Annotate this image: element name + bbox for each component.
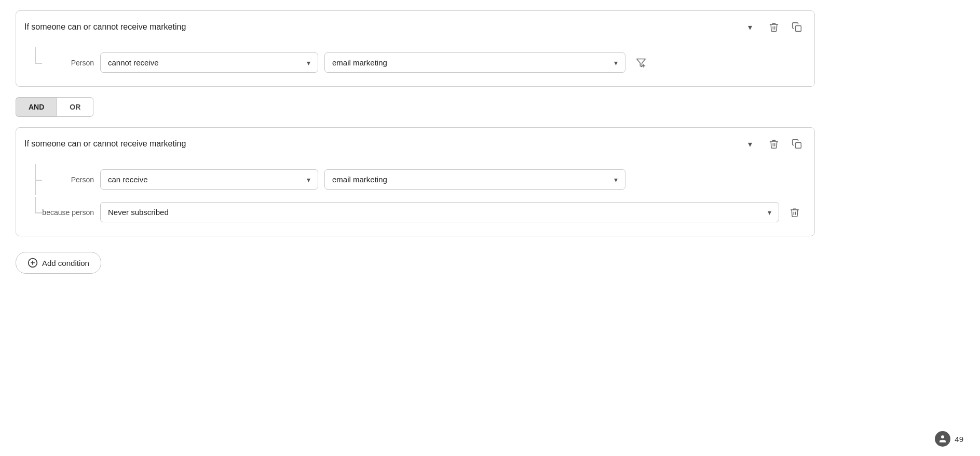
condition-block-2: If someone can or cannot receive marketi… <box>16 127 815 236</box>
condition-2-title: If someone can or cannot receive marketi… <box>24 139 748 149</box>
add-condition-container: Add condition <box>16 252 815 274</box>
condition-2-row-1-dropdown1[interactable]: can receive ▾ <box>100 169 318 190</box>
dropdown1-chevron-icon: ▾ <box>307 59 310 67</box>
c2r2-dropdown1-chevron-icon: ▾ <box>768 208 771 217</box>
condition-2-chevron-icon: ▾ <box>748 139 752 149</box>
condition-2-row-1-label: Person <box>42 176 94 184</box>
user-count: 49 <box>955 435 963 444</box>
and-button[interactable]: AND <box>16 97 57 117</box>
condition-1-actions <box>765 20 806 34</box>
condition-2-header[interactable]: If someone can or cannot receive marketi… <box>16 128 814 160</box>
condition-1-row-1-dropdown1[interactable]: cannot receive ▾ <box>100 52 318 73</box>
condition-2-row-1-dropdown2[interactable]: email marketing ▾ <box>324 169 625 190</box>
svg-point-8 <box>941 435 944 438</box>
c2r1-dropdown1-chevron-icon: ▾ <box>307 176 310 184</box>
condition-1-chevron-icon: ▾ <box>748 22 752 32</box>
condition-2-row-2: because person Never subscribed ▾ <box>16 197 814 227</box>
condition-1-header[interactable]: If someone can or cannot receive marketi… <box>16 11 814 43</box>
svg-rect-0 <box>796 26 801 32</box>
condition-1-rows: Person cannot receive ▾ email marketing … <box>16 47 814 78</box>
add-condition-icon <box>28 258 38 268</box>
condition-block-1: If someone can or cannot receive marketi… <box>16 10 815 87</box>
condition-2-delete-button[interactable] <box>765 137 783 151</box>
user-badge: 49 <box>935 431 963 447</box>
user-avatar-icon <box>935 431 950 447</box>
condition-1-row-1: Person cannot receive ▾ email marketing … <box>16 47 814 78</box>
condition-1-title: If someone can or cannot receive marketi… <box>24 22 748 32</box>
c2r1-dropdown2-chevron-icon: ▾ <box>614 176 618 184</box>
condition-2-actions <box>765 137 806 151</box>
dropdown2-chevron-icon: ▾ <box>614 59 618 67</box>
add-condition-button[interactable]: Add condition <box>16 252 101 274</box>
condition-1-row-1-label: Person <box>42 59 94 67</box>
logic-toggle: AND OR <box>16 97 815 117</box>
condition-1-body: Person cannot receive ▾ email marketing … <box>16 43 814 86</box>
condition-1-copy-button[interactable] <box>787 20 806 34</box>
condition-1-delete-button[interactable] <box>765 20 783 34</box>
condition-2-row-1: Person can receive ▾ email marketing ▾ <box>16 164 814 195</box>
bottom-bar: 49 <box>0 422 980 456</box>
condition-2-row-2-dropdown1[interactable]: Never subscribed ▾ <box>100 202 779 222</box>
condition-2-row-2-delete-button[interactable] <box>785 205 804 220</box>
condition-2-rows: Person can receive ▾ email marketing ▾ b… <box>16 164 814 227</box>
condition-2-row-2-label: because person <box>42 208 94 217</box>
condition-1-row-1-dropdown2[interactable]: email marketing ▾ <box>324 52 625 73</box>
condition-1-row-1-filter-button[interactable] <box>632 56 650 70</box>
svg-rect-4 <box>796 143 801 149</box>
add-condition-label: Add condition <box>42 259 89 267</box>
condition-2-copy-button[interactable] <box>787 137 806 151</box>
or-button[interactable]: OR <box>57 97 93 117</box>
condition-2-body: Person can receive ▾ email marketing ▾ b… <box>16 160 814 236</box>
